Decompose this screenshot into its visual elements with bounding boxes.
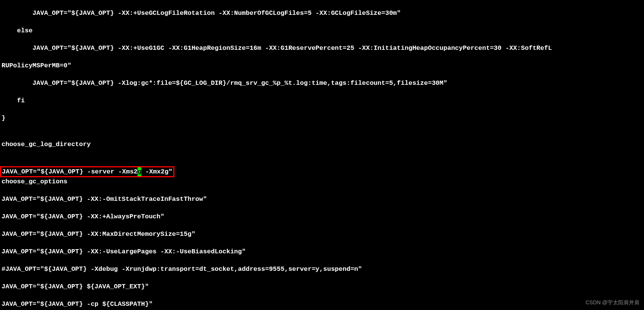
code-line: fi (2, 96, 642, 105)
code-text-pre: JAVA_OPT="${JAVA_OPT} -server -Xms2 (2, 168, 138, 175)
code-line: choose_gc_options (2, 177, 642, 186)
code-line: JAVA_OPT="${JAVA_OPT} -Xlog:gc*:file=${G… (2, 79, 642, 87)
code-line: choose_gc_log_directory (2, 140, 642, 149)
code-line: JAVA_OPT="${JAVA_OPT} -XX:+UseGCLogFileR… (2, 9, 642, 17)
code-line: RUPolicyMSPerMB=0" (2, 61, 642, 70)
code-line: JAVA_OPT="${JAVA_OPT} -cp ${CLASSPATH}" (2, 300, 642, 308)
terminal-editor[interactable]: JAVA_OPT="${JAVA_OPT} -XX:+UseGCLogFileR… (0, 0, 644, 310)
cursor: g (138, 167, 141, 176)
code-line: JAVA_OPT="${JAVA_OPT} -XX:+UseG1GC -XX:G… (2, 44, 642, 52)
watermark: CSDN @宇太阳肩并肩 (585, 298, 639, 307)
code-line: JAVA_OPT="${JAVA_OPT} -XX:MaxDirectMemor… (2, 230, 642, 238)
code-line: else (2, 26, 642, 35)
code-line: #JAVA_OPT="${JAVA_OPT} -Xdebug -Xrunjdwp… (2, 265, 642, 273)
code-text-post: -Xmx2g" (141, 168, 172, 175)
code-line: JAVA_OPT="${JAVA_OPT} -XX:-OmitStackTrac… (2, 195, 642, 203)
highlighted-line: JAVA_OPT="${JAVA_OPT} -server -Xms2g -Xm… (0, 166, 174, 177)
code-line: } (2, 114, 642, 122)
code-line: JAVA_OPT="${JAVA_OPT} -XX:+AlwaysPreTouc… (2, 212, 642, 221)
code-line: JAVA_OPT="${JAVA_OPT} -XX:-UseLargePages… (2, 247, 642, 256)
code-line: JAVA_OPT="${JAVA_OPT} ${JAVA_OPT_EXT}" (2, 282, 642, 291)
